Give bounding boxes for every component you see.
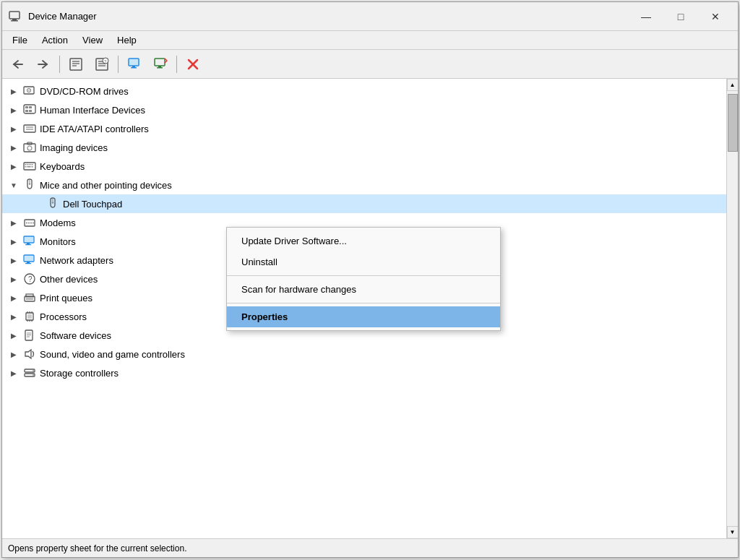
ctx-properties[interactable]: Properties <box>227 306 500 327</box>
menu-file[interactable]: File <box>5 33 35 48</box>
expander-dell-touchpad <box>31 198 43 210</box>
ctx-update-driver[interactable]: Update Driver Software... <box>227 231 500 251</box>
menu-help[interactable]: Help <box>110 33 144 48</box>
tree-item-keyboards[interactable]: ▶ Keyboards <box>2 157 726 176</box>
expander-processors[interactable]: ▶ <box>8 311 20 322</box>
expander-monitors[interactable]: ▶ <box>8 236 20 247</box>
svg-rect-16 <box>129 59 138 65</box>
svg-point-45 <box>29 183 30 184</box>
hid-label: Human Interface Devices <box>40 105 145 116</box>
expander-network[interactable]: ▶ <box>8 254 20 266</box>
remove-device-button[interactable] <box>181 53 205 76</box>
svg-rect-42 <box>27 166 31 168</box>
svg-rect-60 <box>25 263 31 264</box>
svg-point-51 <box>30 223 32 224</box>
processors-icon <box>22 309 37 324</box>
menu-action[interactable]: Action <box>35 33 75 48</box>
svg-rect-25 <box>24 105 35 113</box>
scroll-up-arrow[interactable]: ▲ <box>727 79 739 91</box>
expander-software[interactable]: ▶ <box>8 329 20 341</box>
ide-label: IDE ATA/ATAPI controllers <box>40 124 149 134</box>
tree-item-hid[interactable]: ▶ Human Interface Devices <box>2 100 726 119</box>
expander-sound[interactable]: ▶ <box>8 348 20 360</box>
svg-point-34 <box>27 146 32 150</box>
expander-ide[interactable]: ▶ <box>8 123 20 134</box>
tree-item-storage[interactable]: ▶ Storage controllers <box>2 363 726 382</box>
ctx-separator-2 <box>227 303 500 303</box>
monitors-icon <box>22 234 37 249</box>
update-list-button[interactable]: ? <box>90 53 114 76</box>
svg-rect-40 <box>32 164 33 165</box>
expander-other[interactable]: ▶ <box>8 273 20 285</box>
svg-rect-67 <box>27 314 32 319</box>
scan-hardware-button[interactable] <box>148 53 173 76</box>
close-button[interactable]: ✕ <box>699 6 732 27</box>
tree-item-sound[interactable]: ▶ Sound, video and game controllers <box>2 345 726 363</box>
imaging-label: Imaging devices <box>40 142 108 153</box>
forward-button[interactable] <box>31 53 56 76</box>
other-icon: ? <box>22 272 37 286</box>
svg-rect-54 <box>27 243 30 244</box>
svg-rect-65 <box>26 298 33 300</box>
update-list-icon: ? <box>95 57 109 72</box>
svg-rect-2 <box>11 20 18 22</box>
minimize-button[interactable]: — <box>629 6 663 27</box>
imaging-icon <box>22 140 37 155</box>
tree-item-dvd[interactable]: ▶ DVD/CD-ROM drives <box>2 82 726 100</box>
svg-rect-15 <box>131 67 137 69</box>
properties-list-button[interactable] <box>64 53 88 76</box>
scroll-down-arrow[interactable]: ▼ <box>727 526 739 538</box>
svg-rect-41 <box>25 166 27 168</box>
expander-dvd[interactable]: ▶ <box>8 85 20 97</box>
svg-rect-26 <box>25 106 28 108</box>
menu-view[interactable]: View <box>75 33 110 48</box>
expander-imaging[interactable]: ▶ <box>8 142 20 153</box>
sound-icon <box>22 347 37 361</box>
monitor-icon <box>127 57 142 72</box>
tree-item-imaging[interactable]: ▶ Imaging devices <box>2 138 726 157</box>
menu-bar: File Action View Help <box>2 31 738 50</box>
svg-rect-58 <box>25 256 33 261</box>
svg-rect-27 <box>29 106 32 108</box>
svg-point-52 <box>33 223 34 224</box>
expander-storage[interactable]: ▶ <box>8 367 20 379</box>
svg-rect-37 <box>25 164 27 165</box>
ide-icon <box>22 121 37 136</box>
svg-rect-55 <box>25 244 31 245</box>
modems-label: Modems <box>40 217 76 228</box>
expander-print[interactable]: ▶ <box>8 292 20 303</box>
scroll-thumb[interactable] <box>728 94 738 152</box>
software-label: Software devices <box>40 330 111 341</box>
tree-item-mice[interactable]: ▼ Mice and other pointing devices <box>2 176 726 194</box>
toolbar-sep-3 <box>176 56 177 73</box>
svg-rect-59 <box>27 262 30 263</box>
sound-label: Sound, video and game controllers <box>40 349 185 360</box>
svg-rect-17 <box>155 59 165 66</box>
expander-hid[interactable]: ▶ <box>8 104 20 116</box>
expander-mice[interactable]: ▼ <box>8 179 20 191</box>
tree-item-ide[interactable]: ▶ IDE ATA/ATAPI controllers <box>2 119 726 138</box>
svg-marker-78 <box>25 350 31 358</box>
keyboards-icon <box>22 159 37 173</box>
svg-rect-29 <box>29 110 32 112</box>
mice-icon <box>22 178 37 192</box>
main-content: ▶ DVD/CD-ROM drives ▶ Human Interface De… <box>2 79 738 538</box>
svg-rect-43 <box>32 166 33 168</box>
title-bar: Device Manager — □ ✕ <box>2 2 738 31</box>
dell-touchpad-icon <box>46 197 60 211</box>
vertical-scrollbar[interactable]: ▲ ▼ <box>726 79 738 538</box>
ctx-uninstall[interactable]: Uninstall <box>227 251 500 272</box>
window-controls: — □ ✕ <box>629 6 732 27</box>
remove-device-icon <box>186 57 200 72</box>
context-menu: Update Driver Software... Uninstall Scan… <box>226 227 501 331</box>
expander-modems[interactable]: ▶ <box>8 217 20 228</box>
maximize-button[interactable]: □ <box>664 6 697 27</box>
svg-text:?: ? <box>28 275 33 283</box>
svg-rect-0 <box>9 12 20 19</box>
ctx-scan[interactable]: Scan for hardware changes <box>227 279 500 300</box>
monitor-button[interactable] <box>122 53 147 76</box>
expander-keyboards[interactable]: ▶ <box>8 160 20 172</box>
dell-touchpad-label: Dell Touchpad <box>63 199 122 210</box>
back-button[interactable] <box>5 53 30 76</box>
tree-item-dell-touchpad[interactable]: Dell Touchpad <box>2 194 726 213</box>
